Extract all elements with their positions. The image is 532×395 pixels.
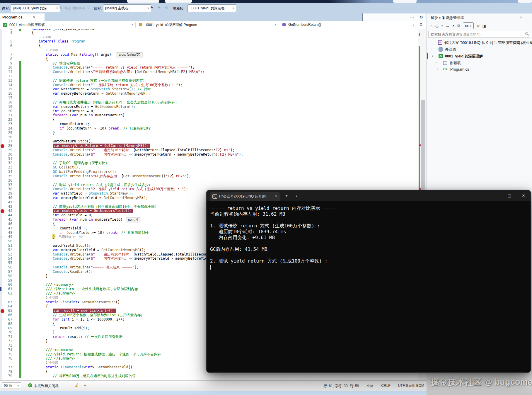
code-text[interactable]: { (39, 44, 41, 48)
tab-dropdown-icon[interactable]: ∨ (292, 190, 301, 201)
tree-item-program-cs[interactable]: ›C#Program.cs (427, 66, 532, 73)
code-text[interactable]: Console.WriteLine("1. 测试传统 return 方式（生成1… (53, 83, 183, 87)
code-text[interactable]: Console.WriteLine($" 遍历前10个耗时: {watchRet… (53, 148, 235, 152)
code-line[interactable]: 21foreach (var num in numbersReturn) (0, 113, 427, 118)
preview-selected-icon[interactable]: ◨ (482, 24, 486, 28)
code-text[interactable]: Console.WriteLine("===== return vs yield… (53, 65, 195, 70)
code-line[interactable]: 22{ (0, 118, 427, 122)
code-text[interactable]: Console.WriteLine($" 内存占用变化: +{(memoryAf… (53, 152, 243, 157)
split-window-icon[interactable]: ⊞ (420, 23, 422, 27)
nav-member-dropdown[interactable]: GetNumbersReturn() (288, 23, 321, 27)
code-text[interactable]: { (53, 222, 55, 226)
terminal-title-bar[interactable]: >_ F:\公众号\00019.LINQ 从 0 到 ' ✕ + ∨ — ▢ ✕ (207, 190, 531, 201)
process-dropdown[interactable]: [968] 0001_yield 的深 ∨ (11, 4, 60, 12)
code-text[interactable]: // 调用yield方法并遍历（只生成并返回前10个，不会加载全部） (53, 205, 158, 209)
code-text[interactable]: var memoryBeforeYield = GetCurrentMemory… (53, 196, 148, 200)
chevron-right-icon[interactable]: › (432, 47, 432, 50)
whitespace-mode[interactable]: 空格 (366, 384, 374, 389)
code-line[interactable]: 23countReturn++; (0, 122, 427, 126)
stack-frame-dropdown[interactable]: _0001_yield_的深层理 ∨ (187, 4, 236, 12)
codelens-indicator[interactable]: 0 个引用 (39, 35, 51, 40)
chevron-down-icon[interactable]: ∨ (520, 16, 522, 19)
code-line[interactable]: 33GC.Collect(); (0, 165, 427, 170)
code-line[interactable]: 36 (0, 178, 427, 183)
toolbar-overflow-button[interactable]: ⋯ (236, 6, 240, 10)
scrollbar-thumb[interactable] (421, 100, 425, 193)
code-line[interactable]: 25} (0, 131, 427, 135)
code-text[interactable]: var watchReturn = Stopwatch.StartNew(); … (53, 87, 151, 91)
close-icon[interactable]: ✕ (33, 16, 35, 19)
code-text[interactable]: int countReturn = 0; (53, 109, 95, 113)
zoom-selector[interactable]: 95 % ∨ (2, 382, 21, 389)
thread-dropdown[interactable]: [35092] 主线程 ∨ (103, 4, 151, 12)
pin-icon[interactable] (528, 16, 530, 19)
code-text[interactable]: } (46, 339, 48, 343)
codelens-row[interactable]: 0 个引用 (0, 48, 427, 52)
code-line[interactable]: 32// 手动GC，清理内存（便于对比） (0, 161, 427, 165)
code-line[interactable]: 3namespace _0001_yield_的深层理解 (0, 29, 427, 31)
lifecycle-events-button[interactable]: 生命周期事件 (64, 6, 86, 11)
tree-item-dependencies[interactable]: ›依赖项 (427, 59, 532, 66)
code-text[interactable]: countReturn++; (60, 122, 89, 126)
code-text[interactable]: { (32, 31, 34, 35)
code-line[interactable]: 29Console.WriteLine($" 遍历前10个耗时: {watchR… (0, 148, 427, 152)
code-text[interactable]: var numbersYield = GetNumbersYield(); (53, 209, 133, 213)
code-text[interactable]: // 循环到100万，但只在遍历的时候才生成对应的值 (53, 374, 136, 378)
code-text[interactable]: { (46, 370, 48, 374)
code-text[interactable]: } (46, 274, 48, 278)
chevron-down-icon[interactable]: ∨ (432, 54, 434, 57)
nav-type-dropdown[interactable]: _0001_yield_的深层理解.Program (144, 23, 197, 28)
code-text[interactable]: // 测试传统 return 方式（一次性加载所有数据到内存） (53, 79, 146, 83)
code-text[interactable]: Console.WriteLine("===== 演示结束 ====="); (53, 265, 139, 270)
code-text[interactable]: if (countYield >= 10) break; // 只遍历前10个 (60, 231, 149, 235)
code-text[interactable]: Console.WriteLine($" 遍历前10个耗时: {watchYie… (53, 252, 233, 257)
caret-position[interactable]: 行: 61, 字符: 39, 列: 59 (323, 384, 359, 389)
maximize-button[interactable]: ▢ (504, 190, 515, 201)
chevron-down-icon[interactable]: ∨ (441, 25, 443, 27)
tree-item-external-sources[interactable]: ›外部源 (427, 46, 532, 53)
code-line[interactable]: 15var watchReturn = Stopwatch.StartNew()… (0, 87, 427, 91)
close-icon[interactable]: ✕ (275, 195, 277, 198)
code-line[interactable]: 79// 循环到100万，但只在遍历的时候才生成对应的值 (0, 374, 427, 378)
code-text[interactable]: foreach (var num in numbersReturn) (53, 113, 125, 118)
code-line[interactable]: 26 (0, 135, 427, 139)
code-text[interactable]: GC.WaitForPendingFinalizers(); (53, 170, 116, 174)
code-text[interactable]: /// </summary> (46, 291, 75, 296)
code-line[interactable]: 17 (0, 96, 427, 100)
code-line[interactable]: 28var memoryAfterReturn = GetCurrentMemo… (0, 144, 427, 148)
perf-tip[interactable]: 已用时间 <= 1ms (59, 235, 83, 239)
code-text[interactable]: Console.WriteLine($"GC后内存占用: {GetCurrent… (53, 174, 191, 178)
editor-options-button[interactable]: ⋯ (410, 15, 414, 19)
code-text[interactable]: } (53, 131, 55, 135)
code-text[interactable]: countYield++; (60, 226, 87, 231)
code-text[interactable]: /// <summary> (46, 282, 73, 287)
codelens-indicator[interactable]: 0 个引用 (46, 48, 58, 52)
terminal-output[interactable]: ===== return vs yield return 内存对比演示 ====… (207, 201, 531, 372)
code-text[interactable]: var numbersReturn = GetNumbersReturn(); (53, 105, 135, 109)
code-text[interactable]: internal class Program (39, 39, 85, 44)
code-text[interactable]: { (46, 304, 48, 309)
close-button[interactable]: ✕ (518, 190, 529, 201)
code-line[interactable]: 11Console.WriteLine($"当前进程初始内存占用: {GetCu… (0, 70, 427, 74)
code-line[interactable]: 30Console.WriteLine($" 内存占用变化: +{(memory… (0, 152, 427, 157)
code-text[interactable]: var memoryAfterReturn = GetCurrentMemory… (53, 144, 150, 148)
chevron-right-icon[interactable]: › (437, 67, 438, 71)
minimize-button[interactable]: — (490, 190, 501, 201)
chevron-right-icon[interactable]: › (436, 61, 437, 64)
encoding[interactable]: UTF-8 with BOM (398, 384, 424, 389)
code-text[interactable]: Console.ReadLine(); (53, 270, 93, 274)
code-text[interactable]: static List<int> GetNumbersReturn() (46, 300, 120, 304)
code-text[interactable]: return result; // 一次性返回所有数据 (53, 335, 122, 339)
flag-icon[interactable]: ⚑ (150, 6, 154, 10)
tree-item-project[interactable]: ∨C#0001_yield 的深层理解 (427, 53, 532, 59)
code-text[interactable]: GC.Collect(); (53, 165, 80, 170)
code-text[interactable]: result.Add(i); (60, 326, 89, 331)
code-text[interactable]: { (46, 57, 48, 61)
code-text[interactable]: var watchYield = Stopwatch.StartNew(); (53, 191, 133, 196)
code-text[interactable]: /// yield return: 按需生成数据，遍历一个返回一个，几乎不占内存 (46, 352, 161, 357)
document-tab[interactable]: Program.cs ✕ (0, 13, 45, 21)
view-selector[interactable]: ⋈ ∨ (463, 22, 474, 29)
search-input[interactable] (428, 31, 530, 38)
gear-icon[interactable]: ⚙ (420, 15, 423, 19)
code-line[interactable]: 31 (0, 157, 427, 161)
